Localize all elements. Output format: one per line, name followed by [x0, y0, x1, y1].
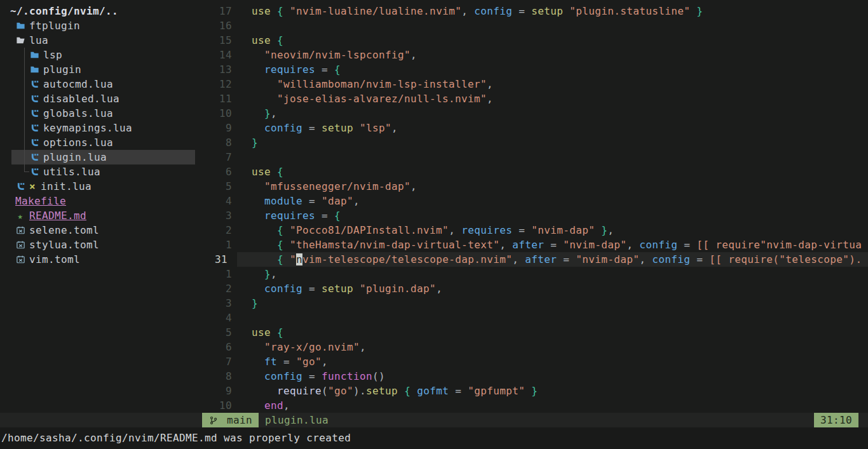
- tree-item-stylua-toml[interactable]: stylua.toml: [0, 238, 195, 252]
- code-text: end,: [232, 398, 868, 413]
- main-area: ~/.config/nvim/.. ftpluginlualsppluginau…: [0, 0, 868, 413]
- code-line[interactable]: 6 "ray-x/go.nvim",: [195, 340, 868, 354]
- code-line[interactable]: 2 config = setup "plugin.dap",: [195, 281, 868, 296]
- tree-item-vim-toml[interactable]: vim.toml: [0, 252, 195, 267]
- token-p: [595, 224, 601, 236]
- code-line[interactable]: 16: [195, 18, 868, 33]
- code-line[interactable]: 13 requires = {: [195, 62, 868, 77]
- code-line[interactable]: 2 { "Pocco81/DAPInstall.nvim", requires …: [195, 223, 868, 238]
- tree-item-utils-lua[interactable]: utils.lua: [0, 164, 195, 179]
- token-p: [252, 64, 264, 76]
- editor-buffer[interactable]: 17use { "nvim-lualine/lualine.nvim", con…: [195, 0, 868, 413]
- token-br: }: [531, 385, 538, 397]
- token-kw: setup: [322, 122, 353, 134]
- statusline: main plugin.lua 31:10: [0, 413, 868, 427]
- code-line[interactable]: 12 "williamboman/nvim-lsp-installer",: [195, 77, 868, 91]
- code-line[interactable]: 8}: [195, 135, 868, 150]
- token-str: "lsp": [360, 122, 391, 134]
- token-p: [563, 5, 569, 17]
- token-p: [252, 399, 264, 412]
- tree-item-readme-md[interactable]: ★README.md: [0, 208, 195, 223]
- lua-icon: [29, 167, 39, 177]
- toml-icon: [15, 240, 25, 250]
- code-line[interactable]: 3}: [195, 296, 868, 311]
- code-line-current[interactable]: 31 { "nvim-telescope/telescope-dap.nvim"…: [195, 252, 868, 267]
- code-line[interactable]: 8 config = function(): [195, 369, 868, 384]
- tree-item-lua[interactable]: lua: [0, 33, 195, 48]
- token-p: ,: [461, 5, 474, 17]
- tree-item-label: utils.lua: [43, 164, 100, 179]
- code-line[interactable]: 9 config = setup "lsp",: [195, 121, 868, 135]
- lua-icon: [15, 182, 25, 192]
- code-line[interactable]: 4: [195, 311, 868, 325]
- line-number: 5: [195, 325, 232, 340]
- tree-item-options-lua[interactable]: options.lua: [0, 135, 195, 150]
- tree-item-label: lsp: [43, 48, 62, 62]
- code-line[interactable]: 10 end,: [195, 398, 868, 413]
- code-line[interactable]: 17use { "nvim-lualine/lualine.nvim", con…: [195, 4, 868, 18]
- token-p: =: [512, 5, 531, 17]
- tree-item-selene-toml[interactable]: selene.toml: [0, 223, 195, 238]
- tree-item-init-lua[interactable]: ×init.lua: [0, 179, 195, 194]
- tree-item-plugin[interactable]: plugin: [0, 62, 195, 77]
- token-str: "dap": [322, 195, 353, 207]
- code-line[interactable]: 10 },: [195, 106, 868, 121]
- token-br: }: [252, 137, 258, 149]
- token-p: =: [315, 64, 334, 76]
- indent-guide: [24, 77, 25, 91]
- tree-item-makefile[interactable]: Makefile: [0, 194, 195, 208]
- line-number: 10: [195, 106, 232, 121]
- tree-item-lsp[interactable]: lsp: [0, 48, 195, 62]
- code-line[interactable]: 5use {: [195, 325, 868, 340]
- code-line[interactable]: 3 requires = {: [195, 208, 868, 223]
- token-br: {: [334, 210, 341, 222]
- code-line[interactable]: 15use {: [195, 33, 868, 48]
- git-branch-badge: main: [202, 413, 259, 427]
- token-p: ,: [607, 224, 614, 236]
- tree-item-keymapings-lua[interactable]: keymapings.lua: [0, 121, 195, 135]
- code-line[interactable]: 4 module = "dap",: [195, 194, 868, 208]
- token-id: after: [512, 239, 544, 251]
- code-line[interactable]: 14 "neovim/nvim-lspconfig",: [195, 48, 868, 62]
- token-p: =: [302, 370, 322, 382]
- code-line[interactable]: 5 "mfussenegger/nvim-dap",: [195, 179, 868, 194]
- line-number: 4: [195, 311, 232, 325]
- token-str: vim-telescope/telescope-dap.nvim": [302, 253, 512, 265]
- tree-item-plugin-lua[interactable]: plugin.lua: [0, 150, 195, 164]
- token-p: =: [302, 283, 322, 295]
- tree-item-globals-lua[interactable]: globals.lua: [0, 106, 195, 121]
- code-line[interactable]: 7: [195, 150, 868, 164]
- token-id: config: [652, 253, 690, 265]
- indent-guide: [24, 62, 25, 77]
- tree-item-label: autocmd.lua: [43, 77, 113, 91]
- code-line[interactable]: 7 ft = "go",: [195, 354, 868, 369]
- token-str: "nvim-dap": [563, 239, 627, 251]
- code-text: }: [232, 135, 868, 150]
- indent-guide: [24, 121, 25, 135]
- token-kw: setup: [366, 385, 398, 397]
- line-number: 17: [195, 4, 232, 18]
- tree-item-autocmd-lua[interactable]: autocmd.lua: [0, 77, 195, 91]
- code-line[interactable]: 6use {: [195, 164, 868, 179]
- code-line[interactable]: 1 { "theHamsta/nvim-dap-virtual-text", a…: [195, 238, 868, 252]
- tree-item-ftplugin[interactable]: ftplugin: [0, 18, 195, 33]
- git-branch-icon: [208, 415, 219, 426]
- token-rq: require: [277, 385, 322, 397]
- code-text: use {: [232, 164, 868, 179]
- token-str: "nvim-dap": [531, 224, 595, 236]
- code-line[interactable]: 9 require("go").setup { gofmt = "gpfumpt…: [195, 384, 868, 398]
- token-p: =: [677, 239, 696, 251]
- tree-item-disabled-lua[interactable]: disabled.lua: [0, 91, 195, 106]
- code-line[interactable]: 1 },: [195, 267, 868, 281]
- line-number: 8: [195, 369, 232, 384]
- token-p: [252, 180, 264, 192]
- token-p: =: [512, 224, 531, 236]
- token-str: "go": [296, 356, 322, 368]
- token-p: =: [544, 239, 563, 251]
- line-number: 7: [195, 354, 232, 369]
- code-text: config = function(): [232, 369, 868, 384]
- token-kw: use: [252, 326, 271, 338]
- token-p: =: [302, 195, 322, 207]
- lua-icon: [29, 138, 39, 148]
- code-line[interactable]: 11 "jose-elias-alvarez/null-ls.nvim",: [195, 91, 868, 106]
